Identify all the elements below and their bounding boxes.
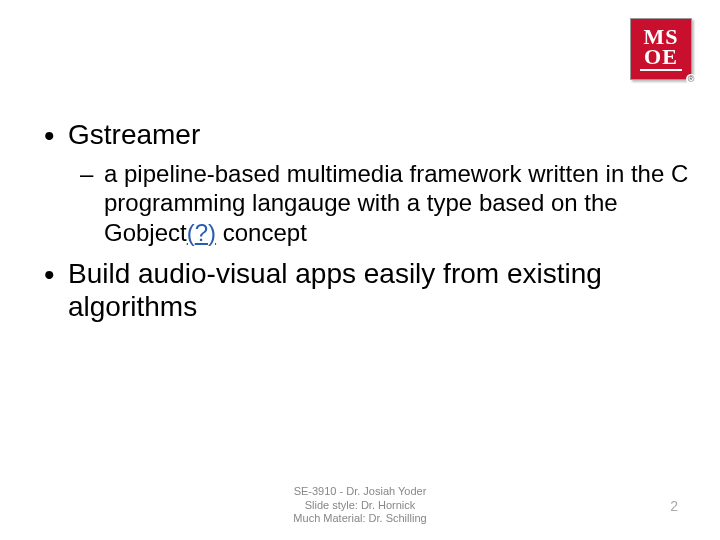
sub-bullet-item: a pipeline-based multimedia framework wr…: [76, 159, 690, 247]
footer-line-1: SE-3910 - Dr. Josiah Yoder: [0, 485, 720, 499]
sub-bullet-suffix: concept: [216, 219, 307, 246]
msoe-logo: MS OE ®: [630, 18, 692, 80]
logo-registered: ®: [686, 74, 696, 84]
content-area: Gstreamer a pipeline-based multimedia fr…: [34, 118, 690, 333]
footer-line-3: Much Material: Dr. Schilling: [0, 512, 720, 526]
logo-underline: [640, 69, 682, 71]
bullet-list: Gstreamer a pipeline-based multimedia fr…: [34, 118, 690, 323]
link-close-paren: ): [208, 219, 216, 246]
bullet-item-gstreamer: Gstreamer a pipeline-based multimedia fr…: [34, 118, 690, 247]
footer: SE-3910 - Dr. Josiah Yoder Slide style: …: [0, 485, 720, 526]
page-number: 2: [670, 498, 678, 514]
bullet-text: Build audio-visual apps easily from exis…: [68, 258, 602, 322]
gobject-link[interactable]: (?): [187, 219, 216, 246]
logo-text-oe: OE: [644, 47, 678, 67]
bullet-text: Gstreamer: [68, 119, 200, 150]
link-open-paren: (: [187, 219, 195, 246]
footer-line-2: Slide style: Dr. Hornick: [0, 499, 720, 513]
link-question: ?: [195, 219, 208, 246]
sub-bullet-list: a pipeline-based multimedia framework wr…: [76, 159, 690, 247]
slide: MS OE ® Gstreamer a pipeline-based multi…: [0, 0, 720, 540]
bullet-item-build-apps: Build audio-visual apps easily from exis…: [34, 257, 690, 323]
